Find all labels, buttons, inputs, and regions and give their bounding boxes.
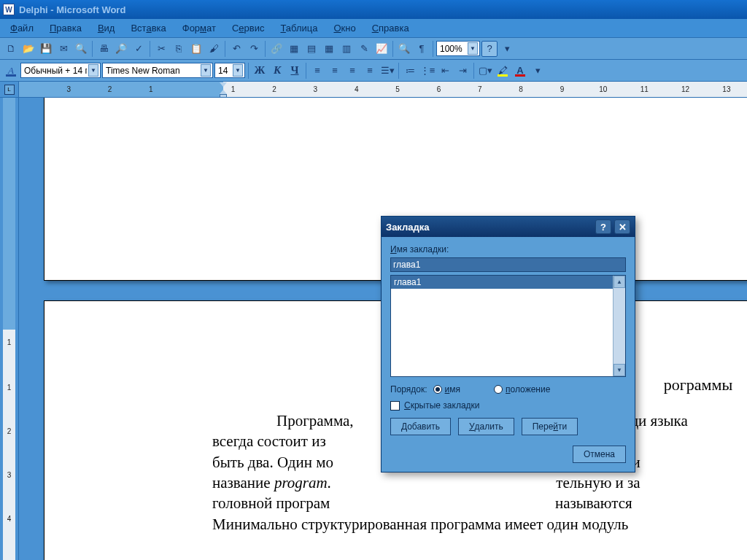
drawing-icon[interactable]: ✎ — [356, 41, 372, 57]
show-marks-icon[interactable]: ¶ — [414, 41, 430, 57]
bold-button[interactable]: Ж — [252, 63, 268, 79]
style-combo[interactable]: Обычный + 14 п ▼ — [20, 63, 101, 78]
borders-icon[interactable]: ▢▾ — [477, 63, 493, 79]
sort-order-row: Порядок: имя положение — [390, 384, 626, 394]
save-icon[interactable]: 💾 — [38, 41, 54, 57]
cut-icon[interactable]: ✂ — [153, 41, 169, 57]
menu-window[interactable]: Окно — [326, 20, 363, 36]
menu-tools[interactable]: Сервис — [225, 20, 272, 36]
spellcheck-icon[interactable]: ✓ — [131, 41, 147, 57]
chevron-down-icon[interactable]: ▼ — [201, 64, 211, 77]
styles-pane-icon[interactable]: A — [3, 63, 19, 79]
italic-button[interactable]: К — [269, 63, 285, 79]
order-label: Порядок: — [390, 384, 427, 394]
menu-file[interactable]: Файл — [3, 20, 41, 36]
tables-borders-icon[interactable]: ▦ — [286, 41, 302, 57]
bullets-icon[interactable]: ⋮≡ — [419, 63, 436, 79]
columns-icon[interactable]: ▥ — [338, 41, 355, 57]
goto-button[interactable]: Перейти — [522, 418, 578, 435]
indent-marker[interactable] — [220, 82, 228, 97]
search-icon[interactable]: 🔍 — [73, 41, 89, 57]
ruler-row: L 3 2 1 1 2 3 4 5 6 7 8 9 10 11 12 13 — [0, 82, 747, 98]
font-combo[interactable]: Times New Roman ▼ — [102, 63, 213, 78]
separator — [92, 41, 93, 57]
chevron-down-icon[interactable]: ▼ — [88, 64, 98, 77]
mail-icon[interactable]: ✉ — [55, 41, 71, 57]
formatting-toolbar: A Обычный + 14 п ▼ Times New Roman ▼ 14 … — [0, 60, 747, 82]
separator — [398, 63, 399, 79]
zoom-value: 100% — [440, 44, 466, 54]
line-spacing-icon[interactable]: ☰▾ — [379, 63, 395, 79]
align-right-icon[interactable]: ≡ — [344, 63, 360, 79]
toolbar-overflow-icon[interactable]: ▾ — [499, 41, 515, 57]
help-button[interactable]: ? — [595, 219, 611, 234]
vertical-ruler[interactable]: 1 1 2 3 4 — [0, 98, 19, 560]
bookmark-list[interactable]: глава1 ▲ ▼ — [390, 275, 626, 377]
excel-icon[interactable]: ▦ — [321, 41, 337, 57]
hyperlink-icon[interactable]: 🔗 — [268, 41, 285, 57]
radio-by-name[interactable]: имя — [433, 384, 460, 394]
align-left-icon[interactable]: ≡ — [309, 63, 325, 79]
chevron-down-icon[interactable]: ▼ — [233, 64, 243, 77]
separator — [150, 41, 150, 57]
separator — [225, 41, 225, 57]
copy-icon[interactable]: ⎘ — [171, 41, 187, 57]
chevron-down-icon[interactable]: ▼ — [468, 42, 478, 55]
list-item[interactable]: глава1 — [391, 276, 625, 289]
horizontal-ruler[interactable]: 3 2 1 1 2 3 4 5 6 7 8 9 10 11 12 13 — [19, 82, 747, 97]
scrollbar[interactable]: ▲ ▼ — [613, 276, 625, 376]
zoom-icon[interactable]: 🔍 — [396, 41, 412, 57]
help-icon[interactable]: ? — [481, 41, 498, 57]
font-color-icon[interactable]: A — [512, 63, 528, 79]
close-button[interactable]: ✕ — [614, 219, 630, 234]
add-button[interactable]: Добавить — [390, 418, 451, 435]
scroll-down-icon[interactable]: ▼ — [614, 364, 625, 376]
paste-icon[interactable]: 📋 — [188, 41, 204, 57]
decrease-indent-icon[interactable]: ⇤ — [437, 63, 453, 79]
standard-toolbar: 🗋 📂 💾 ✉ 🔍 🖶 🔎 ✓ ✂ ⎘ 📋 🖌 ↶ ↷ 🔗 ▦ ▤ ▦ ▥ ✎ … — [0, 38, 747, 60]
ruler-corner[interactable]: L — [0, 82, 19, 97]
dialog-titlebar[interactable]: Закладка ? ✕ — [382, 217, 635, 237]
open-icon[interactable]: 📂 — [20, 41, 36, 57]
menu-edit[interactable]: Правка — [42, 20, 89, 36]
highlight-color-icon[interactable]: 🖍 — [495, 63, 511, 79]
preview-icon[interactable]: 🔎 — [113, 41, 129, 57]
underline-button[interactable]: Ч — [287, 63, 303, 79]
font-size-combo[interactable]: 14 ▼ — [214, 63, 245, 78]
bookmark-name-input[interactable] — [390, 257, 626, 272]
radio-by-position[interactable]: положение — [494, 384, 550, 394]
align-justify-icon[interactable]: ≡ — [362, 63, 378, 79]
scroll-up-icon[interactable]: ▲ — [614, 276, 625, 288]
insert-table-icon[interactable]: ▤ — [303, 41, 320, 57]
window-title: Delphi - Microsoft Word — [19, 4, 125, 15]
undo-icon[interactable]: ↶ — [228, 41, 244, 57]
menu-help[interactable]: Справка — [365, 20, 417, 36]
hidden-bookmarks-check[interactable]: Скрытые закладки — [390, 400, 626, 411]
dialog-body: Имя закладки: глава1 ▲ ▼ Порядок: имя по… — [382, 237, 635, 472]
separator — [306, 63, 306, 79]
chart-icon[interactable]: 📈 — [374, 41, 390, 57]
delete-button[interactable]: Удалить — [458, 418, 514, 435]
toolbar-overflow-icon[interactable]: ▾ — [530, 63, 546, 79]
zoom-combo[interactable]: 100% ▼ — [436, 41, 480, 56]
menu-table[interactable]: Таблица — [273, 20, 325, 36]
menu-view[interactable]: Вид — [90, 20, 123, 36]
menu-insert[interactable]: Вставка — [123, 20, 173, 36]
align-center-icon[interactable]: ≡ — [327, 63, 343, 79]
print-icon[interactable]: 🖶 — [96, 41, 112, 57]
bookmark-name-label: Имя закладки: — [390, 244, 626, 254]
bookmark-dialog: Закладка ? ✕ Имя закладки: глава1 ▲ ▼ По… — [381, 216, 635, 472]
format-painter-icon[interactable]: 🖌 — [206, 41, 222, 57]
style-value: Обычный + 14 п — [24, 66, 87, 76]
cancel-button[interactable]: Отмена — [573, 446, 626, 463]
separator — [473, 63, 474, 79]
separator — [265, 41, 266, 57]
menu-format[interactable]: Формат — [175, 20, 223, 36]
new-doc-icon[interactable]: 🗋 — [3, 41, 19, 57]
ruler-ticks: 3 2 1 1 2 3 4 5 6 7 8 9 10 11 12 13 — [19, 82, 747, 97]
font-value: Times New Roman — [106, 66, 199, 76]
numbering-icon[interactable]: ≔ — [402, 63, 418, 79]
redo-icon[interactable]: ↷ — [246, 41, 262, 57]
increase-indent-icon[interactable]: ⇥ — [454, 63, 471, 79]
dialog-title: Закладка — [386, 222, 430, 233]
